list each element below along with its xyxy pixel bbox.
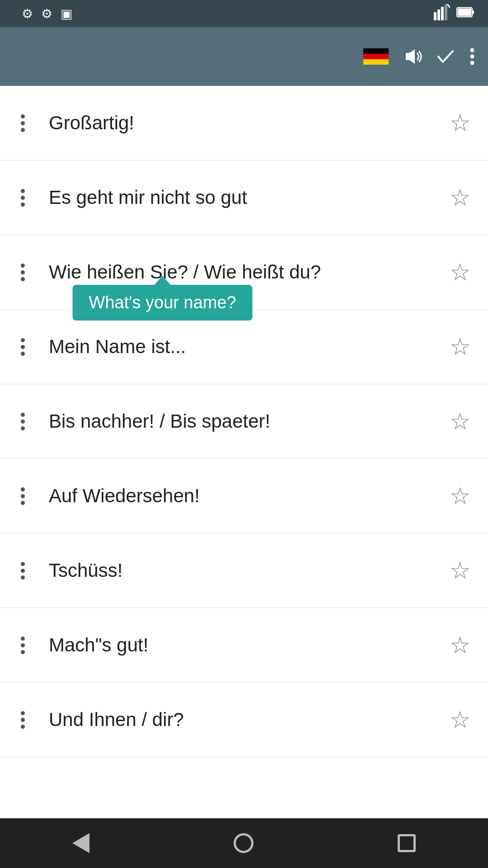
nav-back-button[interactable] — [54, 829, 108, 858]
list-item: Tschüss!☆ — [0, 533, 488, 608]
favorite-star-icon[interactable]: ☆ — [445, 254, 475, 290]
item-menu-dots[interactable] — [13, 711, 40, 729]
list-item: Und Ihnen / dir?☆ — [0, 683, 488, 757]
phrase-text[interactable]: Und Ihnen / dir? — [40, 709, 445, 731]
nav-home-button[interactable] — [216, 829, 272, 858]
battery-icon — [456, 6, 474, 22]
phrase-text[interactable]: Großartig! — [40, 112, 445, 134]
favorite-star-icon[interactable]: ☆ — [445, 552, 475, 589]
settings-icon: ⚙ — [22, 6, 33, 21]
list-item: Bis nachher! / Bis spaeter!☆ — [0, 384, 488, 459]
list-item: Auf Wiedersehen!☆ — [0, 459, 488, 533]
item-menu-dots[interactable] — [13, 562, 40, 580]
german-flag-icon[interactable] — [363, 48, 389, 65]
tune-icon: ⚙ — [41, 6, 52, 21]
list-item: Mein Name ist...☆ — [0, 310, 488, 384]
tooltip-arrow — [155, 276, 171, 285]
item-menu-dots[interactable] — [13, 487, 40, 505]
favorite-star-icon[interactable]: ☆ — [445, 403, 475, 439]
list-item: Großartig!☆ — [0, 86, 488, 160]
sound-icon[interactable] — [402, 47, 422, 66]
item-menu-dots[interactable] — [13, 637, 40, 654]
phrase-list: Großartig!☆Es geht mir nicht so gut☆Wie … — [0, 86, 488, 757]
phrase-text[interactable]: Mach"s gut! — [40, 634, 445, 656]
favorite-star-icon[interactable]: ☆ — [445, 179, 475, 216]
svg-point-10 — [470, 55, 474, 59]
app-bar — [0, 27, 488, 86]
svg-rect-1 — [437, 9, 440, 20]
favorite-star-icon[interactable]: ☆ — [445, 105, 475, 141]
svg-point-9 — [470, 48, 474, 52]
signal-icon — [434, 4, 450, 24]
svg-rect-2 — [441, 7, 444, 20]
favorite-star-icon[interactable]: ☆ — [445, 329, 475, 365]
svg-rect-0 — [434, 12, 436, 20]
tooltip: What's your name? — [73, 276, 253, 321]
status-left: ⚙ ⚙ ▣ — [14, 6, 72, 21]
list-item: Es geht mir nicht so gut☆ — [0, 160, 488, 235]
favorite-star-icon[interactable]: ☆ — [445, 627, 475, 663]
phrase-text[interactable]: Es geht mir nicht so gut — [40, 187, 445, 208]
item-menu-dots[interactable] — [13, 413, 40, 430]
back-button[interactable] — [13, 52, 22, 61]
nav-recent-button[interactable] — [380, 830, 434, 857]
favorite-star-icon[interactable]: ☆ — [445, 702, 475, 738]
svg-rect-3 — [445, 4, 447, 20]
sd-card-icon: ▣ — [61, 6, 72, 21]
more-vert-icon[interactable] — [469, 47, 475, 66]
item-menu-dots[interactable] — [13, 114, 40, 132]
svg-line-4 — [447, 4, 450, 8]
status-bar: ⚙ ⚙ ▣ — [0, 0, 488, 27]
svg-rect-7 — [458, 9, 471, 16]
phrase-text[interactable]: Mein Name ist... — [40, 336, 445, 358]
svg-marker-8 — [406, 49, 415, 64]
list-item: Mach"s gut!☆ — [0, 608, 488, 683]
phrase-text[interactable]: Tschüss! — [40, 560, 445, 581]
app-bar-actions — [363, 47, 475, 66]
item-menu-dots[interactable] — [13, 264, 40, 281]
svg-rect-6 — [472, 10, 474, 14]
item-menu-dots[interactable] — [13, 338, 40, 356]
favorite-star-icon[interactable]: ☆ — [445, 478, 475, 514]
tooltip-text: What's your name? — [73, 285, 253, 321]
svg-point-11 — [470, 61, 474, 65]
phrase-text[interactable]: Auf Wiedersehen! — [40, 485, 445, 507]
check-icon[interactable] — [436, 47, 455, 66]
status-right — [434, 4, 474, 24]
phrase-text[interactable]: Bis nachher! / Bis spaeter! — [40, 410, 445, 432]
bottom-nav — [0, 818, 488, 868]
item-menu-dots[interactable] — [13, 189, 40, 207]
list-item: Wie heißen Sie? / Wie heißt du?☆What's y… — [0, 235, 488, 310]
